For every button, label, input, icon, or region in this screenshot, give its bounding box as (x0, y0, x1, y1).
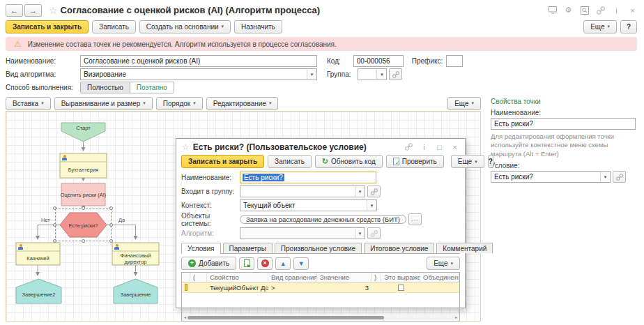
dialog-check-button[interactable]: ✓Проверить (386, 155, 444, 168)
dialog-context-input[interactable] (240, 199, 367, 211)
more-button-top[interactable]: Еще▾ (583, 20, 617, 33)
dialog-favorite-star-icon[interactable]: ☆ (182, 142, 190, 152)
cell-union[interactable] (420, 282, 459, 293)
code-input[interactable] (353, 55, 404, 67)
expression-checkbox[interactable] (398, 285, 404, 291)
scrollbar-thumb[interactable] (187, 316, 384, 319)
table-horizontal-scrollbar[interactable]: ◂ ▸ (183, 315, 459, 320)
group-link-button[interactable] (389, 68, 402, 80)
display-icon[interactable] (548, 6, 557, 15)
gear-icon[interactable]: ⚙ (564, 6, 573, 15)
dialog-save-and-close-button[interactable]: Записать и закрыть (181, 155, 264, 168)
info-icon[interactable]: i (612, 6, 621, 15)
dialog-algorithm-link-button[interactable] (367, 227, 381, 239)
selection-handle[interactable] (109, 223, 113, 227)
move-up-button[interactable]: ▲ (275, 257, 291, 270)
selection-handle[interactable] (109, 239, 113, 243)
execution-full-option[interactable]: Полностью (80, 82, 130, 93)
cell-open-paren[interactable] (190, 282, 207, 293)
dialog-info-icon[interactable]: i (420, 142, 429, 151)
dialog-link-icon[interactable] (404, 142, 413, 151)
align-size-menu-button[interactable]: Выравнивание и размер▾ (54, 97, 153, 110)
selection-handle[interactable] (53, 223, 56, 227)
cell-value[interactable]: 3 (317, 282, 371, 293)
dialog-save-button[interactable]: Записать (268, 155, 312, 168)
col-close-paren[interactable]: ) (371, 273, 381, 282)
col-open-paren[interactable]: ( (190, 273, 207, 282)
condition-dialog: ☆ Есть риски? (Пользовательское условие)… (176, 138, 466, 308)
add-row-button[interactable]: +Добавить (181, 257, 236, 270)
dialog-name-input[interactable]: Есть риски? (240, 172, 376, 183)
dialog-maximize-icon[interactable]: □ (435, 142, 444, 151)
order-menu-button[interactable]: Порядок▾ (156, 97, 203, 110)
assign-button[interactable]: Назначить (234, 20, 282, 33)
dialog-refresh-code-button[interactable]: ↻Обновить код (315, 155, 383, 168)
arrow-up-icon: ▲ (280, 260, 286, 267)
group-dropdown-icon[interactable]: ▾ (376, 68, 387, 80)
tab-final-condition[interactable]: Итоговое условие (364, 243, 434, 253)
delete-row-button[interactable]: × (257, 257, 273, 270)
tab-comment[interactable]: Комментарий (436, 243, 493, 253)
point-name-input[interactable] (491, 118, 636, 130)
kind-dropdown-icon[interactable]: ▾ (307, 68, 317, 80)
cell-property[interactable]: ТекущийОбъект Доп... (207, 282, 268, 293)
dialog-help-button[interactable]: ? (488, 155, 493, 168)
node-assess-risks-label: Оценить риски (AI) (59, 192, 108, 198)
col-is-expression[interactable]: Это выражение (381, 273, 420, 282)
save-button[interactable]: Записать (92, 20, 136, 33)
dialog-algorithm-input[interactable] (240, 227, 355, 239)
dialog-objects-choose-button[interactable]: ... (408, 213, 422, 225)
condition-dropdown-icon[interactable]: ▾ (600, 171, 611, 183)
copy-row-button[interactable]: ▸ (239, 257, 254, 270)
tab-custom-condition[interactable]: Произвольное условие (275, 243, 362, 253)
table-row[interactable]: ТекущийОбъект Доп... > 3 (182, 282, 459, 293)
kind-input[interactable] (80, 68, 307, 80)
dialog-close-icon[interactable]: × (450, 142, 459, 151)
dialog-objects-label: Объекты системы: (181, 212, 240, 227)
help-button[interactable]: ? (620, 20, 637, 33)
order-label: Порядок (163, 100, 190, 107)
col-comparison[interactable]: Вид сравнения (268, 273, 317, 282)
name-input[interactable] (80, 55, 317, 67)
execution-staged-option[interactable]: Поэтапно (130, 82, 174, 93)
insert-menu-button[interactable]: Вставка▾ (6, 97, 51, 110)
dialog-algorithm-dropdown-icon[interactable]: ▾ (355, 227, 365, 239)
selection-handle[interactable] (109, 206, 113, 210)
dialog-more-button[interactable]: Еще▾ (451, 155, 484, 168)
dialog-objects-value[interactable]: Заявка на расходование денежных средств … (240, 215, 406, 224)
cell-comparison[interactable]: > (268, 282, 317, 293)
tab-conditions[interactable]: Условия (181, 243, 221, 254)
prefix-input[interactable] (446, 55, 463, 67)
search-window-icon[interactable] (580, 6, 589, 15)
condition-link-button[interactable] (613, 171, 626, 183)
scroll-left-icon[interactable]: ◂ (184, 315, 186, 319)
close-window-icon[interactable]: × (628, 6, 637, 15)
selection-handle[interactable] (82, 239, 85, 243)
table-more-button[interactable]: Еще▾ (427, 257, 460, 270)
move-down-button[interactable]: ▼ (293, 257, 309, 270)
selection-handle[interactable] (53, 239, 56, 243)
selection-handle[interactable] (53, 206, 56, 210)
point-condition-input[interactable] (491, 171, 601, 183)
scroll-right-icon[interactable]: ▸ (455, 315, 457, 319)
dialog-group-link-button[interactable] (367, 186, 381, 197)
tab-parameters[interactable]: Параметры (223, 243, 273, 253)
dialog-group-input[interactable] (240, 186, 355, 197)
back-button[interactable]: ← (6, 4, 23, 17)
dialog-group-dropdown-icon[interactable]: ▾ (355, 186, 365, 197)
col-value[interactable]: Значение (317, 273, 371, 282)
group-input[interactable] (358, 68, 377, 80)
canvas-more-button[interactable]: Еще▾ (447, 97, 481, 110)
forward-button[interactable]: → (24, 4, 42, 17)
save-and-close-button[interactable]: Записать и закрыть (6, 20, 89, 33)
node-accounting-shape[interactable] (60, 153, 107, 178)
editing-menu-button[interactable]: Редактирование▾ (206, 97, 279, 110)
create-based-on-button[interactable]: Создать на основании▾ (139, 20, 231, 33)
col-union[interactable]: Объединение с (420, 273, 459, 282)
col-property[interactable]: Свойство (207, 273, 268, 282)
cell-close-paren[interactable] (371, 282, 381, 293)
dialog-context-dropdown-icon[interactable]: ▾ (367, 199, 377, 211)
favorite-star-icon[interactable]: ☆ (49, 5, 58, 16)
selection-handle[interactable] (82, 206, 85, 210)
link-icon[interactable] (596, 6, 605, 15)
